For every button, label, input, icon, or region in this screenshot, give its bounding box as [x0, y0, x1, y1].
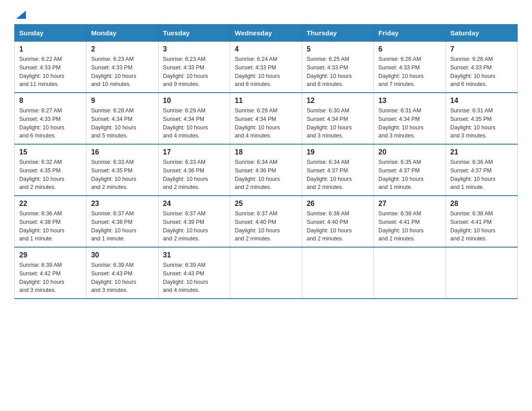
calendar-day-cell [374, 247, 446, 299]
calendar-day-cell: 3 Sunrise: 6:23 AMSunset: 4:33 PMDayligh… [158, 42, 230, 93]
calendar-day-cell: 9 Sunrise: 6:28 AMSunset: 4:34 PMDayligh… [86, 93, 158, 144]
day-info: Sunrise: 6:27 AMSunset: 4:33 PMDaylight:… [19, 107, 64, 139]
day-info: Sunrise: 6:24 AMSunset: 4:33 PMDaylight:… [235, 56, 280, 87]
col-header-thursday: Thursday [302, 25, 373, 42]
calendar-week-row: 15 Sunrise: 6:32 AMSunset: 4:35 PMDaylig… [15, 144, 518, 196]
day-number: 8 [19, 97, 82, 105]
day-number: 6 [378, 45, 441, 53]
day-number: 19 [307, 148, 369, 156]
calendar-day-cell: 20 Sunrise: 6:35 AMSunset: 4:37 PMDaylig… [374, 144, 446, 196]
day-info: Sunrise: 6:34 AMSunset: 4:36 PMDaylight:… [235, 159, 280, 190]
day-number: 3 [163, 45, 225, 53]
day-info: Sunrise: 6:37 AMSunset: 4:38 PMDaylight:… [91, 210, 136, 242]
calendar-day-cell: 17 Sunrise: 6:33 AMSunset: 4:36 PMDaylig… [158, 144, 230, 196]
calendar-day-cell: 18 Sunrise: 6:34 AMSunset: 4:36 PMDaylig… [230, 144, 302, 196]
day-number: 26 [307, 200, 369, 208]
day-info: Sunrise: 6:38 AMSunset: 4:41 PMDaylight:… [378, 210, 424, 242]
day-number: 5 [307, 45, 369, 53]
day-number: 27 [378, 200, 441, 208]
day-info: Sunrise: 6:32 AMSunset: 4:35 PMDaylight:… [19, 159, 64, 190]
day-number: 20 [378, 148, 441, 156]
calendar-day-cell: 13 Sunrise: 6:31 AMSunset: 4:34 PMDaylig… [374, 93, 446, 144]
day-number: 1 [19, 45, 82, 53]
col-header-friday: Friday [374, 25, 446, 42]
day-info: Sunrise: 6:33 AMSunset: 4:35 PMDaylight:… [91, 159, 136, 190]
calendar-day-cell: 5 Sunrise: 6:25 AMSunset: 4:33 PMDayligh… [302, 42, 373, 93]
calendar-day-cell: 29 Sunrise: 6:39 AMSunset: 4:42 PMDaylig… [15, 247, 86, 299]
calendar-day-cell: 7 Sunrise: 6:26 AMSunset: 4:33 PMDayligh… [446, 42, 517, 93]
calendar-day-cell: 22 Sunrise: 6:36 AMSunset: 4:38 PMDaylig… [15, 196, 86, 247]
svg-marker-0 [16, 11, 26, 19]
day-number: 10 [163, 97, 225, 105]
day-number: 18 [235, 148, 297, 156]
day-info: Sunrise: 6:37 AMSunset: 4:39 PMDaylight:… [163, 210, 208, 242]
calendar-day-cell: 16 Sunrise: 6:33 AMSunset: 4:35 PMDaylig… [86, 144, 158, 196]
calendar-day-cell [446, 247, 517, 299]
calendar-week-row: 1 Sunrise: 6:22 AMSunset: 4:33 PMDayligh… [15, 42, 518, 93]
day-info: Sunrise: 6:39 AMSunset: 4:42 PMDaylight:… [19, 262, 64, 293]
calendar-day-cell: 8 Sunrise: 6:27 AMSunset: 4:33 PMDayligh… [15, 93, 86, 144]
day-info: Sunrise: 6:39 AMSunset: 4:43 PMDaylight:… [163, 262, 208, 293]
day-number: 21 [450, 148, 513, 156]
col-header-saturday: Saturday [446, 25, 517, 42]
day-number: 24 [163, 200, 225, 208]
day-number: 29 [19, 251, 82, 259]
calendar-day-cell [302, 247, 373, 299]
day-number: 16 [91, 148, 153, 156]
day-number: 25 [235, 200, 297, 208]
day-number: 30 [91, 251, 153, 259]
day-info: Sunrise: 6:26 AMSunset: 4:33 PMDaylight:… [450, 56, 496, 87]
calendar-day-cell: 19 Sunrise: 6:34 AMSunset: 4:37 PMDaylig… [302, 144, 373, 196]
page-header [14, 11, 518, 19]
day-number: 12 [307, 97, 369, 105]
day-number: 2 [91, 45, 153, 53]
calendar-week-row: 29 Sunrise: 6:39 AMSunset: 4:42 PMDaylig… [15, 247, 518, 299]
calendar-day-cell: 6 Sunrise: 6:26 AMSunset: 4:33 PMDayligh… [374, 42, 446, 93]
col-header-sunday: Sunday [15, 25, 86, 42]
calendar-day-cell: 30 Sunrise: 6:39 AMSunset: 4:43 PMDaylig… [86, 247, 158, 299]
day-info: Sunrise: 6:23 AMSunset: 4:33 PMDaylight:… [163, 56, 208, 87]
day-info: Sunrise: 6:38 AMSunset: 4:40 PMDaylight:… [307, 210, 352, 242]
calendar-week-row: 8 Sunrise: 6:27 AMSunset: 4:33 PMDayligh… [15, 93, 518, 144]
day-info: Sunrise: 6:35 AMSunset: 4:37 PMDaylight:… [378, 159, 424, 190]
day-number: 14 [450, 97, 513, 105]
day-info: Sunrise: 6:28 AMSunset: 4:34 PMDaylight:… [91, 107, 136, 139]
calendar-day-cell: 26 Sunrise: 6:38 AMSunset: 4:40 PMDaylig… [302, 196, 373, 247]
day-info: Sunrise: 6:23 AMSunset: 4:33 PMDaylight:… [91, 56, 136, 87]
day-info: Sunrise: 6:37 AMSunset: 4:40 PMDaylight:… [235, 210, 280, 242]
calendar-header-row: SundayMondayTuesdayWednesdayThursdayFrid… [15, 25, 518, 42]
day-info: Sunrise: 6:38 AMSunset: 4:41 PMDaylight:… [450, 210, 496, 242]
calendar-day-cell: 11 Sunrise: 6:29 AMSunset: 4:34 PMDaylig… [230, 93, 302, 144]
calendar-day-cell: 10 Sunrise: 6:29 AMSunset: 4:34 PMDaylig… [158, 93, 230, 144]
day-number: 23 [91, 200, 153, 208]
col-header-wednesday: Wednesday [230, 25, 302, 42]
day-info: Sunrise: 6:36 AMSunset: 4:38 PMDaylight:… [19, 210, 64, 242]
col-header-monday: Monday [86, 25, 158, 42]
logo-triangle-icon [16, 11, 26, 19]
day-number: 15 [19, 148, 82, 156]
day-number: 31 [163, 251, 225, 259]
day-number: 4 [235, 45, 297, 53]
calendar-day-cell: 23 Sunrise: 6:37 AMSunset: 4:38 PMDaylig… [86, 196, 158, 247]
day-number: 11 [235, 97, 297, 105]
calendar-day-cell: 12 Sunrise: 6:30 AMSunset: 4:34 PMDaylig… [302, 93, 373, 144]
calendar-day-cell [230, 247, 302, 299]
logo [14, 11, 26, 19]
day-info: Sunrise: 6:29 AMSunset: 4:34 PMDaylight:… [235, 107, 280, 139]
calendar-day-cell: 1 Sunrise: 6:22 AMSunset: 4:33 PMDayligh… [15, 42, 86, 93]
day-info: Sunrise: 6:30 AMSunset: 4:34 PMDaylight:… [307, 107, 352, 139]
day-info: Sunrise: 6:25 AMSunset: 4:33 PMDaylight:… [307, 56, 352, 87]
day-number: 7 [450, 45, 513, 53]
calendar-day-cell: 28 Sunrise: 6:38 AMSunset: 4:41 PMDaylig… [446, 196, 517, 247]
day-info: Sunrise: 6:31 AMSunset: 4:35 PMDaylight:… [450, 107, 496, 139]
col-header-tuesday: Tuesday [158, 25, 230, 42]
day-number: 22 [19, 200, 82, 208]
day-info: Sunrise: 6:39 AMSunset: 4:43 PMDaylight:… [91, 262, 136, 293]
calendar-day-cell: 27 Sunrise: 6:38 AMSunset: 4:41 PMDaylig… [374, 196, 446, 247]
calendar-table: SundayMondayTuesdayWednesdayThursdayFrid… [14, 24, 518, 299]
calendar-day-cell: 31 Sunrise: 6:39 AMSunset: 4:43 PMDaylig… [158, 247, 230, 299]
day-info: Sunrise: 6:29 AMSunset: 4:34 PMDaylight:… [163, 107, 208, 139]
day-info: Sunrise: 6:22 AMSunset: 4:33 PMDaylight:… [19, 56, 64, 87]
calendar-day-cell: 25 Sunrise: 6:37 AMSunset: 4:40 PMDaylig… [230, 196, 302, 247]
day-number: 13 [378, 97, 441, 105]
